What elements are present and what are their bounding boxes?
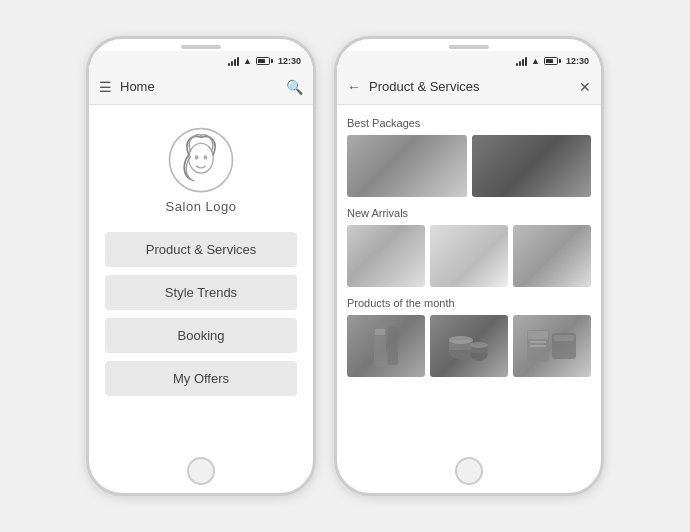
status-bar-right: ▲ 12:30	[337, 51, 601, 69]
logo-text: Salon Logo	[166, 199, 237, 214]
menu-btn-products[interactable]: Product & Services	[105, 232, 297, 267]
close-icon-right[interactable]: ✕	[579, 79, 591, 95]
jars-svg	[430, 315, 508, 377]
image-bath[interactable]	[347, 135, 467, 197]
products-title: Product & Services	[369, 79, 579, 94]
svg-point-1	[189, 143, 214, 173]
section-label-best-packages: Best Packages	[347, 117, 591, 129]
phone-speaker-left	[89, 39, 313, 51]
signal-icon-left	[228, 56, 239, 66]
back-icon-right[interactable]: ←	[347, 79, 361, 95]
home-title: Home	[120, 79, 286, 94]
status-bar-left: ▲ 12:30	[89, 51, 313, 69]
battery-fill-right	[546, 59, 553, 63]
products-month-images	[347, 315, 591, 377]
signal-bar-r4	[525, 57, 527, 66]
image-makeup[interactable]	[513, 315, 591, 377]
home-button-left[interactable]	[187, 457, 215, 485]
svg-point-3	[204, 155, 208, 159]
battery-icon-right	[544, 57, 558, 65]
section-label-products-month: Products of the month	[347, 297, 591, 309]
top-bar-right: ← Product & Services ✕	[337, 69, 601, 105]
new-arrivals-images	[347, 225, 591, 287]
salon-logo-svg	[166, 125, 236, 195]
battery-icon-left	[256, 57, 270, 65]
wifi-icon-left: ▲	[243, 56, 252, 66]
top-bar-left: ☰ Home 🔍	[89, 69, 313, 105]
signal-bar-4	[237, 57, 239, 66]
wifi-icon-right: ▲	[531, 56, 540, 66]
right-phone: ▲ 12:30 ← Product & Services ✕ Best Pack…	[334, 36, 604, 496]
svg-rect-6	[375, 329, 385, 335]
battery-fill-left	[258, 59, 265, 63]
loreal-svg	[347, 315, 425, 377]
svg-rect-18	[554, 335, 574, 341]
image-face[interactable]	[347, 225, 425, 287]
home-button-right[interactable]	[455, 457, 483, 485]
phone-speaker-right	[337, 39, 601, 51]
svg-point-9	[449, 336, 473, 344]
menu-btn-offers[interactable]: My Offers	[105, 361, 297, 396]
signal-bar-r2	[519, 61, 521, 66]
svg-rect-14	[528, 331, 548, 339]
left-phone: ▲ 12:30 ☰ Home 🔍	[86, 36, 316, 496]
time-right: 12:30	[566, 56, 589, 66]
menu-btn-booking[interactable]: Booking	[105, 318, 297, 353]
image-facial[interactable]	[430, 225, 508, 287]
best-packages-images	[347, 135, 591, 197]
signal-bar-r1	[516, 63, 518, 66]
signal-bar-1	[228, 63, 230, 66]
time-left: 12:30	[278, 56, 301, 66]
phone-bottom-right	[337, 451, 601, 493]
left-content: Salon Logo Product & Services Style Tren…	[89, 105, 313, 451]
speaker-right	[449, 45, 489, 49]
svg-rect-16	[530, 345, 546, 347]
image-couple[interactable]	[472, 135, 592, 197]
image-loreal[interactable]	[347, 315, 425, 377]
menu-icon-left[interactable]: ☰	[99, 79, 112, 95]
signal-icon-right	[516, 56, 527, 66]
image-flower[interactable]	[513, 225, 591, 287]
search-icon-left[interactable]: 🔍	[286, 79, 303, 95]
svg-rect-15	[530, 341, 546, 343]
signal-bar-2	[231, 61, 233, 66]
svg-rect-5	[388, 327, 398, 365]
signal-bar-r3	[522, 59, 524, 66]
logo-area: Salon Logo	[166, 125, 237, 214]
phone-bottom-left	[89, 451, 313, 493]
section-label-new-arrivals: New Arrivals	[347, 207, 591, 219]
speaker-left	[181, 45, 221, 49]
menu-btn-style[interactable]: Style Trends	[105, 275, 297, 310]
right-content: Best Packages New Arrivals Products of t…	[337, 105, 601, 451]
svg-point-12	[470, 342, 488, 348]
svg-point-2	[195, 155, 199, 159]
makeup-svg	[513, 315, 591, 377]
image-jars[interactable]	[430, 315, 508, 377]
signal-bar-3	[234, 59, 236, 66]
